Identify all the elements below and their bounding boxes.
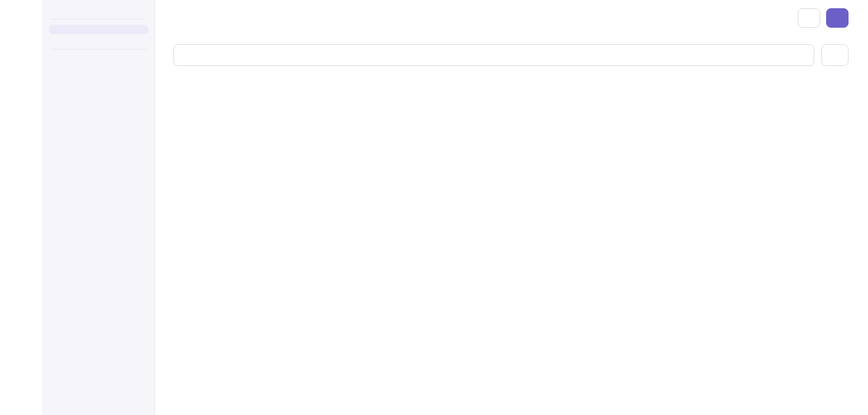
main-content [155, 0, 868, 415]
create-view-button[interactable] [826, 8, 849, 28]
search-input[interactable] [173, 44, 814, 66]
search-box [173, 44, 814, 66]
app-window [0, 0, 868, 415]
secondary-sidebar [43, 0, 155, 415]
primary-nav-rail [0, 0, 43, 415]
divider [51, 19, 146, 19]
divider [51, 49, 146, 50]
give-feedback-button[interactable] [798, 8, 820, 28]
sort-dropdown[interactable] [821, 44, 849, 66]
org-logo[interactable] [8, 7, 34, 33]
sidebar-item-all-views[interactable] [49, 25, 149, 34]
